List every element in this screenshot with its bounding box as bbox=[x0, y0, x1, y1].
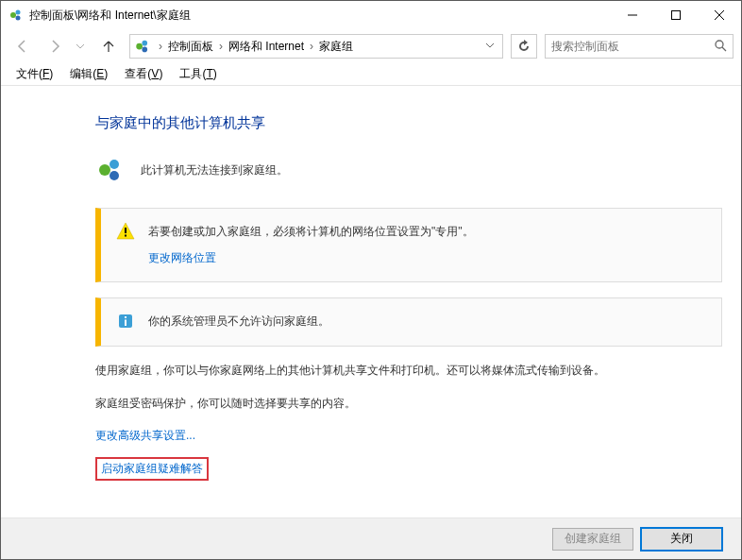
chevron-right-icon[interactable]: › bbox=[219, 40, 223, 53]
up-button[interactable] bbox=[95, 33, 122, 59]
menu-bar: 文件(F) 编辑(E) 查看(V) 工具(T) bbox=[1, 63, 741, 86]
svg-point-13 bbox=[110, 160, 119, 169]
notice-content: 若要创建或加入家庭组，必须将计算机的网络位置设置为"专用"。 更改网络位置 bbox=[148, 222, 474, 268]
info-notice: 你的系统管理员不允许访问家庭组。 bbox=[95, 297, 722, 347]
svg-point-12 bbox=[99, 164, 110, 176]
close-button[interactable] bbox=[698, 1, 741, 29]
homegroup-address-icon bbox=[134, 38, 151, 55]
notice-text: 你的系统管理员不允许访问家庭组。 bbox=[148, 312, 329, 332]
minimize-button[interactable] bbox=[611, 1, 654, 29]
svg-point-1 bbox=[16, 10, 21, 15]
chevron-right-icon[interactable]: › bbox=[310, 40, 313, 53]
breadcrumb: › 控制面板 › 网络和 Internet › 家庭组 bbox=[157, 37, 481, 57]
refresh-button[interactable] bbox=[511, 34, 537, 59]
address-bar[interactable]: › 控制面板 › 网络和 Internet › 家庭组 bbox=[129, 34, 503, 59]
recent-dropdown[interactable] bbox=[73, 33, 88, 59]
svg-point-2 bbox=[16, 16, 21, 21]
svg-rect-19 bbox=[125, 320, 126, 327]
advanced-sharing-link[interactable]: 更改高级共享设置... bbox=[95, 428, 195, 444]
menu-view[interactable]: 查看(V) bbox=[117, 64, 170, 84]
content-area: 与家庭中的其他计算机共享 此计算机无法连接到家庭组。 若要创建或加入家庭组，必须… bbox=[1, 86, 741, 494]
menu-tools[interactable]: 工具(T) bbox=[172, 64, 224, 84]
body-text: 家庭组受密码保护，你可以随时选择要共享的内容。 bbox=[95, 395, 722, 413]
homegroup-status-icon bbox=[95, 155, 126, 185]
troubleshoot-link[interactable]: 启动家庭组疑难解答 bbox=[95, 457, 209, 481]
svg-point-8 bbox=[142, 41, 147, 46]
titlebar: 控制面板\网络和 Internet\家庭组 bbox=[1, 1, 741, 29]
window-title: 控制面板\网络和 Internet\家庭组 bbox=[29, 8, 611, 24]
maximize-button[interactable] bbox=[654, 1, 698, 29]
footer: 创建家庭组 关闭 bbox=[1, 518, 741, 559]
close-dialog-button[interactable]: 关闭 bbox=[641, 528, 722, 551]
warning-notice: 若要创建或加入家庭组，必须将计算机的网络位置设置为"专用"。 更改网络位置 bbox=[95, 208, 722, 282]
change-network-location-link[interactable]: 更改网络位置 bbox=[148, 248, 216, 269]
create-homegroup-button[interactable]: 创建家庭组 bbox=[552, 528, 633, 551]
search-input[interactable] bbox=[551, 40, 714, 53]
svg-point-9 bbox=[142, 47, 147, 53]
svg-rect-16 bbox=[125, 235, 126, 237]
info-icon bbox=[116, 312, 135, 331]
svg-line-11 bbox=[722, 47, 726, 51]
page-title: 与家庭中的其他计算机共享 bbox=[95, 114, 722, 132]
breadcrumb-item[interactable]: 家庭组 bbox=[315, 37, 357, 57]
svg-point-7 bbox=[136, 43, 143, 50]
status-row: 此计算机无法连接到家庭组。 bbox=[95, 155, 722, 185]
svg-point-14 bbox=[110, 171, 119, 180]
svg-rect-4 bbox=[672, 11, 681, 20]
svg-rect-18 bbox=[125, 316, 126, 318]
address-dropdown[interactable] bbox=[481, 40, 498, 53]
search-box[interactable] bbox=[545, 34, 734, 59]
search-icon[interactable] bbox=[714, 39, 727, 55]
chevron-right-icon[interactable]: › bbox=[159, 40, 162, 53]
navigation-bar: › 控制面板 › 网络和 Internet › 家庭组 bbox=[1, 29, 741, 63]
menu-file[interactable]: 文件(F) bbox=[8, 64, 60, 84]
warning-icon bbox=[116, 222, 135, 241]
notice-content: 你的系统管理员不允许访问家庭组。 bbox=[148, 312, 329, 332]
svg-point-10 bbox=[716, 41, 723, 48]
breadcrumb-item[interactable]: 控制面板 bbox=[164, 37, 217, 57]
back-button[interactable] bbox=[8, 33, 37, 59]
menu-edit[interactable]: 编辑(E) bbox=[62, 64, 115, 84]
forward-button[interactable] bbox=[41, 33, 69, 59]
notice-text: 若要创建或加入家庭组，必须将计算机的网络位置设置为"专用"。 bbox=[148, 222, 474, 243]
homegroup-title-icon bbox=[8, 8, 24, 23]
svg-rect-15 bbox=[125, 228, 126, 233]
window-controls bbox=[611, 1, 741, 29]
breadcrumb-item[interactable]: 网络和 Internet bbox=[225, 37, 308, 57]
svg-point-0 bbox=[10, 12, 16, 18]
status-text: 此计算机无法连接到家庭组。 bbox=[141, 162, 288, 178]
body-text: 使用家庭组，你可以与你家庭网络上的其他计算机共享文件和打印机。还可以将媒体流式传… bbox=[95, 362, 722, 380]
